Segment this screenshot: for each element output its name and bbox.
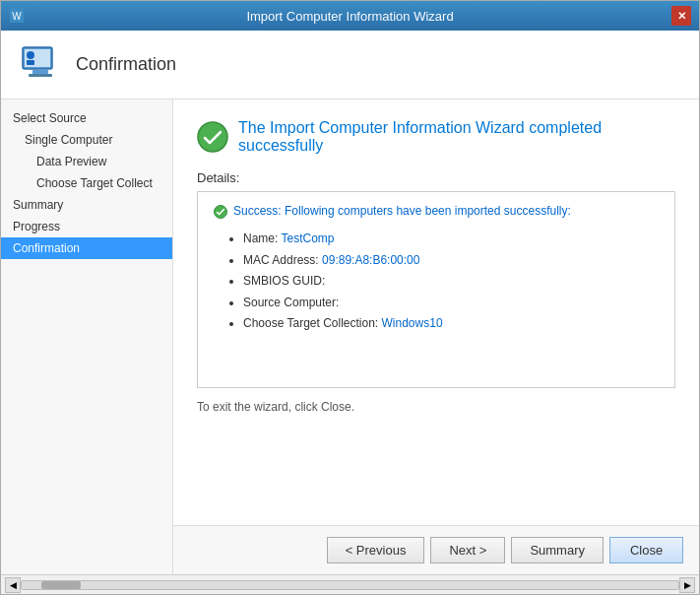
footer: < Previous Next > Summary Close — [173, 525, 699, 574]
close-button[interactable]: ✕ — [671, 6, 691, 26]
sidebar-item-data-preview[interactable]: Data Preview — [1, 151, 172, 172]
svg-rect-4 — [32, 70, 48, 74]
sidebar-item-select-source[interactable]: Select Source — [1, 107, 172, 129]
svg-point-8 — [198, 122, 227, 152]
details-success-line: Success: Following computers have been i… — [214, 204, 659, 219]
success-text: Success: Following computers have been i… — [233, 204, 571, 218]
computer-icon — [17, 41, 64, 89]
content-area: Select Source Single Computer Data Previ… — [1, 99, 699, 574]
wizard-icon: W — [9, 8, 25, 24]
sidebar: Select Source Single Computer Data Previ… — [1, 99, 173, 574]
details-label: Details: — [197, 170, 675, 185]
scroll-left-button[interactable]: ◀ — [5, 577, 21, 593]
previous-button[interactable]: < Previous — [327, 537, 425, 563]
list-item-smbios: SMBIOS GUID: — [243, 271, 659, 293]
scrollbar-track[interactable] — [21, 580, 679, 590]
details-list: Name: TestComp MAC Address: 09:89:A8:B6:… — [214, 229, 659, 335]
summary-button[interactable]: Summary — [511, 537, 604, 563]
sidebar-item-summary[interactable]: Summary — [1, 194, 172, 216]
svg-point-6 — [27, 51, 34, 59]
exit-text: To exit the wizard, click Close. — [197, 400, 675, 414]
header-strip: Confirmation — [1, 31, 699, 99]
success-header: The Import Computer Information Wizard c… — [197, 119, 675, 155]
sidebar-item-choose-target[interactable]: Choose Target Collect — [1, 172, 172, 194]
page-title: Confirmation — [76, 54, 176, 75]
list-item-collection: Choose Target Collection: Windows10 — [243, 313, 659, 335]
title-bar: W Import Computer Information Wizard ✕ — [1, 1, 699, 31]
list-item-mac: MAC Address: 09:89:A8:B6:00:00 — [243, 250, 659, 272]
details-box: Success: Following computers have been i… — [197, 191, 675, 388]
svg-text:W: W — [12, 11, 22, 22]
success-icon — [197, 121, 228, 153]
next-button[interactable]: Next > — [430, 537, 505, 563]
scrollbar-thumb — [41, 581, 81, 589]
sidebar-item-confirmation[interactable]: Confirmation — [1, 237, 172, 259]
wizard-window: W Import Computer Information Wizard ✕ C… — [0, 0, 700, 595]
window-controls: ✕ — [671, 6, 691, 26]
svg-rect-7 — [27, 60, 34, 65]
scroll-right-button[interactable]: ▶ — [679, 577, 695, 593]
window-title: Import Computer Information Wizard — [29, 9, 671, 24]
main-body: The Import Computer Information Wizard c… — [173, 99, 699, 525]
main-content: The Import Computer Information Wizard c… — [173, 99, 699, 574]
success-title: The Import Computer Information Wizard c… — [238, 119, 675, 155]
list-item-name: Name: TestComp — [243, 229, 659, 250]
close-wizard-button[interactable]: Close — [609, 537, 683, 563]
sidebar-item-progress[interactable]: Progress — [1, 216, 172, 237]
sidebar-item-single-computer[interactable]: Single Computer — [1, 129, 172, 151]
svg-rect-5 — [29, 74, 52, 77]
list-item-source: Source Computer: — [243, 293, 659, 314]
small-check-icon — [214, 205, 227, 219]
horizontal-scrollbar: ◀ ▶ — [1, 574, 699, 594]
